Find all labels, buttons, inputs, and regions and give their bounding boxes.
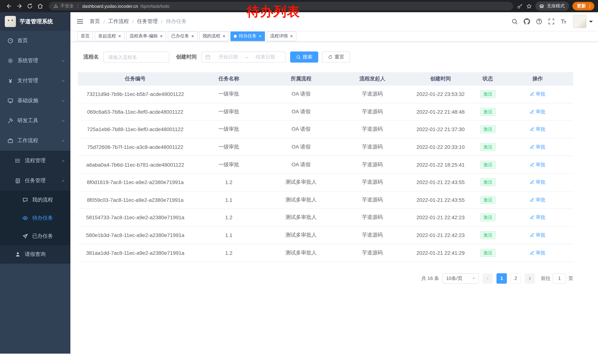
cell-task-name: 1.2 (193, 179, 265, 185)
cell-status: 激活 (473, 108, 502, 116)
cell-task-name: 1.1 (193, 197, 265, 203)
header-search-icon[interactable] (508, 14, 521, 29)
sidebar-item-done-tasks[interactable]: 已办任务 (0, 227, 70, 245)
sidebar-item-infra[interactable]: 基础设施 (0, 91, 70, 111)
approve-link[interactable]: 审批 (530, 144, 545, 150)
incognito-badge: 无痕模式 (535, 1, 569, 11)
breadcrumb-workflow[interactable]: 工作流程 (108, 18, 129, 25)
sidebar-item-leave-query[interactable]: 请假查询 (0, 245, 70, 264)
browser-reload-icon[interactable] (25, 1, 35, 11)
tab-my-process[interactable]: 我的流程× (199, 31, 229, 41)
approve-link[interactable]: 审批 (530, 249, 545, 256)
cell-task-name: 1.2 (193, 215, 265, 220)
table-row: 58154733-7ac8-11ec-a9e2-a2380e71991a 1.2… (78, 209, 573, 226)
sidebar-item-my-process[interactable]: 我的流程 (0, 191, 70, 209)
github-icon[interactable] (521, 14, 533, 29)
sidebar-item-workflow[interactable]: 工作流程 (0, 131, 70, 151)
sidebar-item-payment[interactable]: ¥ 支付管理 (0, 71, 70, 91)
tab-start-process[interactable]: 发起流程× (95, 31, 124, 41)
cell-created: 2022-01-21 22:41:29 (407, 250, 473, 256)
status-badge: 激活 (480, 108, 496, 116)
cell-initiator: 芋道源码 (337, 249, 407, 256)
next-page-button[interactable] (525, 273, 535, 284)
search-icon (296, 55, 301, 59)
cell-created: 2022-01-22 21:48:48 (407, 109, 473, 115)
date-range-picker[interactable]: 开始日期 - 结束日期 (201, 51, 286, 63)
bookmark-star-icon[interactable] (526, 3, 532, 9)
cell-status: 激活 (473, 213, 502, 222)
task-table: 任务编号 任务名称 所属流程 流程发起人 创建时间 状态 操作 73211d9d… (78, 72, 573, 262)
tab-process-detail[interactable]: 流程详情× (267, 31, 296, 41)
tab-close-icon[interactable]: × (160, 34, 163, 39)
fullscreen-icon[interactable] (545, 14, 557, 29)
tab-todo-tasks[interactable]: 待办任务× (231, 31, 265, 41)
browser-back-icon[interactable] (4, 1, 14, 11)
tab-done-tasks[interactable]: 已办任务× (168, 31, 197, 41)
col-process: 所属流程 (265, 75, 337, 82)
user-menu[interactable] (573, 15, 593, 28)
cell-status: 激活 (473, 249, 502, 257)
tab-close-icon[interactable]: × (191, 34, 194, 39)
clipboard-icon (15, 178, 21, 184)
cell-initiator: 芋道源码 (337, 126, 407, 133)
approve-link[interactable]: 审批 (530, 126, 545, 133)
approve-link[interactable]: 审批 (530, 161, 545, 168)
approve-link[interactable]: 审批 (530, 91, 545, 97)
sidebar-toggle-icon[interactable] (76, 18, 84, 25)
cell-action: 审批 (502, 161, 573, 168)
browser-forward-icon[interactable] (14, 1, 25, 11)
sidebar-item-task-mgmt[interactable]: 任务管理 (0, 171, 70, 191)
tab-home[interactable]: 首页 (77, 31, 93, 41)
tab-close-icon[interactable]: × (259, 34, 262, 39)
cell-initiator: 芋道源码 (337, 144, 407, 150)
breadcrumb-task-mgmt[interactable]: 任务管理 (137, 18, 158, 25)
gear-icon (8, 58, 13, 64)
avatar[interactable] (573, 15, 587, 28)
chevron-right-icon (528, 276, 532, 281)
approve-link[interactable]: 审批 (530, 108, 545, 115)
tab-close-icon[interactable]: × (223, 34, 225, 39)
url-host: dashboard.yudao.iocoder.cn (82, 4, 138, 9)
status-badge: 激活 (480, 161, 496, 169)
sidebar-item-devtools[interactable]: 研发工具 (0, 111, 70, 131)
sidebar-item-system[interactable]: 系统管理 (0, 51, 70, 71)
approve-link[interactable]: 审批 (530, 197, 545, 203)
breadcrumb-home[interactable]: 首页 (90, 18, 100, 25)
page-2-button[interactable]: 2 (511, 273, 521, 284)
cell-created: 2022-01-21 22:42:23 (407, 215, 473, 220)
key-icon[interactable] (517, 3, 523, 9)
status-badge: 激活 (480, 143, 496, 151)
page-1-button[interactable]: 1 (497, 273, 507, 284)
approve-link[interactable]: 审批 (530, 232, 545, 238)
help-icon[interactable] (533, 14, 545, 29)
tab-form-edit[interactable]: 流程表单-编辑× (126, 31, 166, 41)
user-icon (15, 251, 21, 257)
url-path: /bpm/task/todo (141, 4, 169, 9)
update-button[interactable]: 更新 (573, 2, 594, 10)
cell-process: 测试多审批人 (265, 179, 337, 186)
search-button[interactable]: 搜索 (290, 51, 318, 63)
font-size-icon[interactable] (557, 14, 569, 29)
tool-icon (8, 118, 13, 124)
cell-task-name: 一级审批 (193, 108, 265, 115)
sidebar-item-home[interactable]: 首页 (0, 31, 70, 51)
status-badge: 激活 (480, 231, 496, 239)
tab-close-icon[interactable]: × (118, 34, 121, 39)
tab-close-icon[interactable]: × (290, 34, 293, 39)
cell-status: 激活 (473, 196, 502, 204)
approve-link[interactable]: 审批 (530, 179, 545, 186)
breadcrumb: 首页 / 工作流程 / 任务管理 / 待办任务 (90, 18, 187, 25)
prev-page-button[interactable] (482, 273, 493, 284)
cell-initiator: 芋道源码 (337, 108, 407, 115)
app-logo[interactable]: 芋道管理系统 (0, 12, 70, 31)
page-size-select[interactable]: 10条/页 (443, 273, 479, 284)
approve-link[interactable]: 审批 (530, 214, 545, 221)
process-name-input[interactable] (103, 51, 169, 63)
browser-home-icon[interactable] (35, 1, 45, 11)
goto-page-input[interactable] (553, 273, 566, 284)
sidebar-item-process-mgmt[interactable]: 流程管理 (0, 151, 70, 171)
top-navbar: 首页 / 工作流程 / 任务管理 / 待办任务 (70, 12, 598, 31)
reset-button[interactable]: 重置 (322, 51, 350, 63)
sidebar-item-todo-tasks[interactable]: 待办任务 (0, 209, 70, 227)
table-row: 069c6a63-7b8a-11ec-8ef0-acde48001122 一级审… (78, 103, 573, 121)
